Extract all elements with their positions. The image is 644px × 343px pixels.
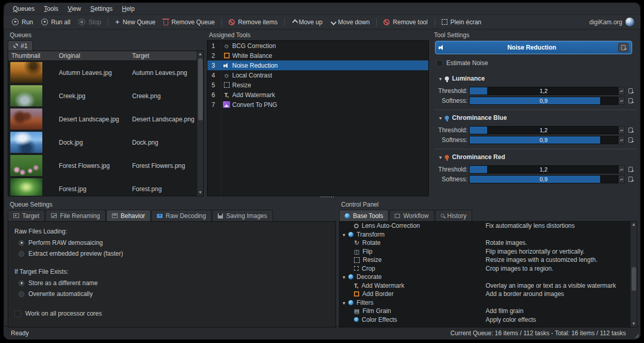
remove-items-button[interactable]: Remove items <box>224 17 282 27</box>
softness-spinner[interactable]: ▴▾ <box>618 175 625 183</box>
table-row[interactable]: Creek.jpg Creek.png <box>8 84 203 107</box>
luminance-section-header[interactable]: Luminance <box>439 75 636 82</box>
softness-slider[interactable]: 0,9 <box>469 136 618 144</box>
table-row[interactable]: Forest.jpg Forest.png <box>8 177 203 196</box>
scrollbar-thumb[interactable] <box>198 58 203 120</box>
threshold-slider[interactable]: 1,2 <box>469 126 618 134</box>
radio-extract-embedded-preview[interactable]: Extract embedded preview (faster) <box>19 250 329 257</box>
tree-category-decorate[interactable]: Decorate <box>340 273 637 282</box>
reset-icon[interactable] <box>629 177 633 182</box>
reset-icon[interactable] <box>629 98 633 103</box>
tree-category-transform[interactable]: Transform <box>340 230 637 239</box>
radio-icon[interactable] <box>19 251 24 257</box>
reset-tool-settings-button[interactable] <box>618 43 629 52</box>
new-queue-button[interactable]: New Queue <box>111 17 159 27</box>
tab-saving-images[interactable]: Saving Images <box>212 210 272 221</box>
tree-item-add-border[interactable]: Add Border Add a border around images <box>340 290 637 299</box>
tree-item-add-watermark[interactable]: Add Watermark Overlay an image or text a… <box>340 282 637 290</box>
collapse-arrow-icon[interactable] <box>343 231 345 238</box>
fullscreen-button[interactable]: Plein écran <box>438 17 486 27</box>
queue-table-scrollbar[interactable]: ▲ ▼ <box>197 51 203 196</box>
control-panel-scrollbar[interactable]: ▲ ▼ <box>630 222 637 327</box>
tab-history[interactable]: History <box>435 210 472 221</box>
threshold-slider[interactable]: 1,2 <box>469 87 618 95</box>
assigned-tool-noise-reduction[interactable]: 3 Noise Reduction <box>207 60 428 70</box>
work-on-all-cores-option[interactable]: Work on all processor cores <box>14 310 329 317</box>
tree-item-rotate[interactable]: Rotate Rotate images. <box>340 239 637 247</box>
tab-raw-decoding[interactable]: Raw Decoding <box>151 210 212 221</box>
scroll-up-arrow-icon[interactable]: ▲ <box>197 51 203 57</box>
softness-spinner[interactable]: ▴▾ <box>618 97 625 105</box>
estimate-noise-option[interactable]: Estimate Noise <box>436 59 633 67</box>
chrominance-red-section-header[interactable]: Chrominance Red <box>439 153 636 161</box>
chrominance-blue-section-header[interactable]: Chrominance Blue <box>439 114 636 121</box>
radio-icon[interactable] <box>19 280 24 286</box>
menu-help[interactable]: Help <box>118 4 139 14</box>
softness-spinner[interactable]: ▴▾ <box>618 136 625 144</box>
stop-button[interactable]: Stop <box>74 17 105 27</box>
tree-item-crop[interactable]: Crop Crop images to a region. <box>340 264 637 273</box>
horizontal-splitter[interactable] <box>4 195 640 199</box>
column-header-original[interactable]: Original <box>56 51 129 60</box>
tab-file-renaming[interactable]: File Renaming <box>45 210 105 221</box>
assigned-tool-local-contrast[interactable]: 4 Local Contrast <box>207 70 428 80</box>
tree-item-resize[interactable]: Resize Resize images with a customized l… <box>340 256 637 264</box>
radio-icon[interactable] <box>19 240 24 246</box>
run-button[interactable]: Run <box>8 17 37 27</box>
collapse-arrow-icon[interactable] <box>439 114 442 121</box>
queue-tab-1[interactable]: #1 <box>8 40 33 51</box>
menu-tools[interactable]: Tools <box>40 4 62 14</box>
table-row[interactable]: Autumn Leaves.jpg Autumn Leaves.png <box>8 61 203 84</box>
move-up-button[interactable]: Move up <box>287 17 327 27</box>
collapse-arrow-icon[interactable] <box>343 299 345 306</box>
table-row[interactable]: Dock.jpg Dock.png <box>8 131 203 154</box>
reset-icon[interactable] <box>629 128 633 133</box>
move-down-button[interactable]: Move down <box>327 17 374 27</box>
radio-icon[interactable] <box>19 291 24 297</box>
work-on-all-cores-checkbox[interactable] <box>14 310 21 317</box>
reset-icon[interactable] <box>629 137 633 143</box>
tab-target[interactable]: Target <box>8 210 45 221</box>
softness-slider[interactable]: 0,9 <box>469 175 618 183</box>
collapse-arrow-icon[interactable] <box>439 75 442 82</box>
tree-category-filters[interactable]: Filters <box>340 299 637 307</box>
table-row[interactable]: Forest Flowers.jpg Forest Flowers.png <box>8 154 203 177</box>
reset-icon[interactable] <box>629 167 633 172</box>
assigned-tool-resize[interactable]: 5 Resize <box>207 80 428 90</box>
table-row[interactable]: Desert Landscape.jpg Desert Landscape.pn… <box>8 107 203 131</box>
digikam-brand-link[interactable]: digiKam.org <box>589 18 636 26</box>
threshold-spinner[interactable]: ▴▾ <box>618 126 625 134</box>
reset-icon[interactable] <box>629 88 633 93</box>
remove-queue-button[interactable]: Remove Queue <box>159 17 219 27</box>
tab-base-tools[interactable]: Base Tools <box>339 210 389 221</box>
tree-item-flip[interactable]: Flip Flip images horizontally or vertica… <box>340 247 637 256</box>
scroll-down-arrow-icon[interactable]: ▼ <box>631 321 637 327</box>
scroll-up-arrow-icon[interactable]: ▲ <box>631 222 637 228</box>
softness-slider[interactable]: 0,9 <box>469 97 618 105</box>
assigned-tool-convert-to-png[interactable]: 7 Convert To PNG <box>207 100 428 110</box>
threshold-spinner[interactable]: ▴▾ <box>618 87 625 95</box>
radio-perform-raw-demosaicing[interactable]: Perform RAW demosaicing <box>19 239 329 246</box>
tree-item-lens-auto-correction[interactable]: Lens Auto-Correction Fix automatically l… <box>340 222 637 230</box>
remove-tool-button[interactable]: Remove tool <box>379 17 431 27</box>
radio-store-different-name[interactable]: Store as a different name <box>19 279 329 287</box>
threshold-spinner[interactable]: ▴▾ <box>618 165 625 174</box>
assigned-tool-white-balance[interactable]: 2 White Balance <box>207 51 428 60</box>
column-header-thumbnail[interactable]: Thumbnail <box>8 51 56 60</box>
column-header-target[interactable]: Target <box>129 51 203 60</box>
collapse-arrow-icon[interactable] <box>343 273 345 280</box>
menu-settings[interactable]: Settings <box>86 4 117 14</box>
menu-queues[interactable]: Queues <box>9 4 39 14</box>
radio-overwrite-automatically[interactable]: Overwrite automatically <box>19 290 329 298</box>
collapse-arrow-icon[interactable] <box>439 153 442 161</box>
threshold-slider[interactable]: 1,2 <box>469 165 618 174</box>
scrollbar-thumb[interactable] <box>632 267 636 291</box>
tab-behavior[interactable]: Behavior <box>106 210 151 221</box>
run-all-button[interactable]: Run all <box>37 17 74 27</box>
estimate-noise-checkbox[interactable] <box>436 60 443 67</box>
tab-workflow[interactable]: Workflow <box>389 210 434 221</box>
assigned-tool-bcg-correction[interactable]: 1 BCG Correction <box>207 41 428 51</box>
menu-view[interactable]: View <box>63 4 85 14</box>
assigned-tool-add-watermark[interactable]: 6 Add Watermark <box>207 90 428 100</box>
tree-item-film-grain[interactable]: Film Grain Add film grain <box>340 307 637 316</box>
